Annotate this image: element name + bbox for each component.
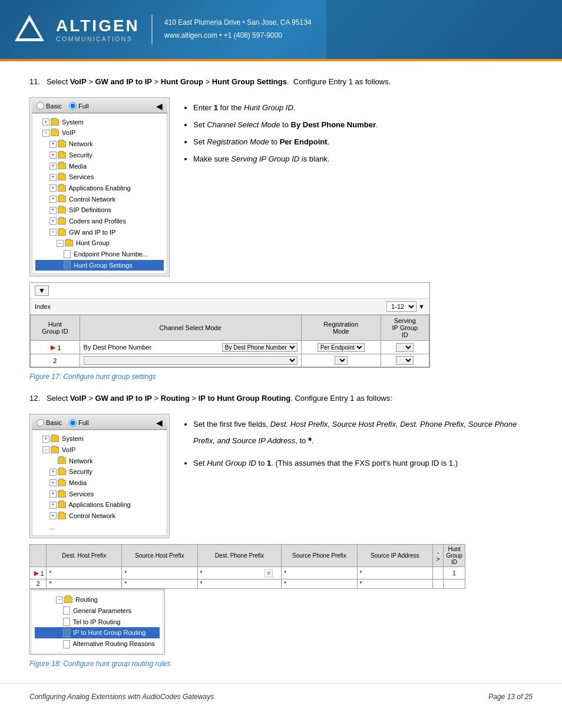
bullet-2: Set Channel Select Mode to By Dest Phone… <box>193 117 533 133</box>
altigen-logo-icon <box>12 12 47 47</box>
tree-media[interactable]: + Media <box>35 161 164 172</box>
cell-arrow-2 <box>433 579 444 589</box>
dest-host-input-2[interactable] <box>49 581 119 587</box>
index-label: Index <box>35 303 51 310</box>
tree12-alt-routing[interactable]: Alternative Routing Reasons <box>35 638 160 650</box>
routing-table: Dest. Host Prefix Source Host Prefix Des… <box>29 544 465 589</box>
expand-icon-svc: + <box>49 174 57 181</box>
step12-number: 12. <box>29 394 40 403</box>
dest-phone-input-2[interactable] <box>200 581 279 587</box>
tree-control-net[interactable]: + Control Network <box>35 194 164 205</box>
tree12-routing[interactable]: − Routing <box>35 594 160 605</box>
expand-icon-12app: + <box>49 502 57 509</box>
tree12-media[interactable]: + Media <box>35 477 164 489</box>
serving-select[interactable] <box>396 343 414 352</box>
cell-src-host-2 <box>122 579 197 589</box>
step11-tree: + System − VoIP + Network <box>32 113 167 275</box>
folder-icon-routing <box>64 597 72 603</box>
index-dropdown-icon[interactable]: ▼ <box>418 303 425 310</box>
channel-select-2[interactable] <box>84 356 297 365</box>
tree12-system[interactable]: + System <box>35 433 164 444</box>
col-row-num <box>30 545 47 567</box>
full-radio-label[interactable]: Full <box>69 102 89 110</box>
src-host-input-1[interactable] <box>124 570 194 577</box>
basic-radio-12[interactable] <box>37 419 44 427</box>
address-line: 410 East Plumeria Drive • San Jose, CA 9… <box>164 17 312 29</box>
folder-icon-voip <box>51 130 59 136</box>
folder-icon-cn <box>58 196 66 202</box>
tree-hunt-group-settings[interactable]: Hunt Group Settings <box>35 260 164 271</box>
tree-voip[interactable]: − VoIP <box>35 127 164 139</box>
folder-icon-12s <box>51 436 59 442</box>
src-host-input-2[interactable] <box>124 581 194 587</box>
src-ip-input-1[interactable] <box>360 570 431 577</box>
tree12-ip-hunt[interactable]: IP to Hunt Group Routing <box>35 627 160 638</box>
folder-icon-gw <box>58 229 66 236</box>
tree12-cn[interactable]: + Control Network <box>35 510 164 522</box>
row-num-1: ►1 <box>30 567 47 579</box>
step12-panel: Basic Full ◀ + System − <box>29 414 170 538</box>
tree-sip[interactable]: + SIP Definitions <box>35 205 164 216</box>
folder-icon-12v <box>51 447 59 453</box>
step11-left-panel: Basic Full ◀ + System − <box>29 97 170 277</box>
bullet-3: Set Registration Mode to Per Endpoint. <box>193 134 533 150</box>
serving-select-2[interactable] <box>396 356 414 365</box>
row-num-2: 2 <box>30 579 47 589</box>
tree12-security[interactable]: + Security <box>35 466 164 477</box>
dest-host-input-1[interactable] <box>49 570 119 577</box>
expand-icon-12med: + <box>49 479 57 486</box>
full-radio[interactable] <box>69 102 77 110</box>
table-row: ►1 By Dest Phone Number By Dest Phone Nu… <box>31 341 429 354</box>
tree12-services[interactable]: + Services <box>35 489 164 500</box>
contact-info: 410 East Plumeria Drive • San Jose, CA 9… <box>164 17 312 42</box>
page-icon-ep <box>64 250 71 258</box>
src-phone-input-2[interactable] <box>284 581 354 587</box>
table-row: ►1 ✕ <box>30 567 465 579</box>
col-dest-host: Dest. Host Prefix <box>47 545 122 567</box>
tree12-app[interactable]: + Applications Enabling <box>35 499 164 510</box>
expand-icon-cn: + <box>49 196 57 203</box>
collapse-icon[interactable]: ◀ <box>156 101 163 111</box>
src-ip-input-2[interactable] <box>360 581 431 587</box>
collapse-icon-12[interactable]: ◀ <box>156 418 163 427</box>
expand-icon-app: + <box>49 185 57 192</box>
page-icon-ih <box>63 629 70 637</box>
footer-left: Configuring Analog Extensions with Audio… <box>29 693 214 701</box>
brand-text: ALTIGEN COMMUNICATIONS <box>56 17 140 42</box>
basic-radio-label-12[interactable]: Basic <box>37 419 62 427</box>
folder-icon-12n <box>58 457 66 464</box>
tree-system[interactable]: + System <box>35 117 164 128</box>
src-phone-input-1[interactable] <box>284 570 354 577</box>
channel-select[interactable]: By Dest Phone Number <box>222 343 297 352</box>
scroll-down-icon[interactable]: ▼ <box>35 285 49 296</box>
page-header: ALTIGEN COMMUNICATIONS 410 East Plumeria… <box>0 0 562 59</box>
full-radio-12[interactable] <box>69 419 77 427</box>
x-button[interactable]: ✕ <box>265 569 273 577</box>
expand-icon-12sec: + <box>49 469 57 476</box>
tree-coders[interactable]: + Coders and Profiles <box>35 216 164 227</box>
tree-network[interactable]: + Network <box>35 139 164 150</box>
tree-services[interactable]: + Services <box>35 172 164 183</box>
tree-gw[interactable]: − GW and IP to IP <box>35 227 164 238</box>
tree-app-enabling[interactable]: + Applications Enabling <box>35 183 164 194</box>
reg-select[interactable]: Per Endpoint <box>318 343 365 352</box>
col-dest-phone: Dest. Phone Prefix <box>197 545 282 567</box>
basic-radio-label[interactable]: Basic <box>37 102 62 110</box>
table-row: 2 <box>31 354 429 367</box>
tree-hunt-group[interactable]: − Hunt Group <box>35 238 164 249</box>
tree12-voip[interactable]: − VoIP <box>35 444 164 456</box>
tree12-network[interactable]: Network <box>35 456 164 467</box>
folder-icon-svc <box>58 174 66 180</box>
basic-radio[interactable] <box>37 102 44 110</box>
index-select[interactable]: 1-12 <box>386 301 416 312</box>
tree12-tel-ip[interactable]: Tel to IP Routing <box>35 617 160 628</box>
col-hunt-group-id: HuntGroup ID <box>31 315 80 341</box>
cell-num-2: 2 <box>31 354 80 367</box>
dest-phone-input-1[interactable] <box>200 570 263 577</box>
tree-endpoint-phone[interactable]: Endpoint Phone Numbe... <box>35 249 164 260</box>
tree12-gen-params[interactable]: General Parameters <box>35 605 160 617</box>
reg-select-2[interactable] <box>335 356 348 365</box>
bullet12-1: Set the first five fields, Dest. Host Pr… <box>193 417 533 451</box>
tree-security[interactable]: + Security <box>35 150 164 161</box>
full-radio-label-12[interactable]: Full <box>69 419 89 427</box>
